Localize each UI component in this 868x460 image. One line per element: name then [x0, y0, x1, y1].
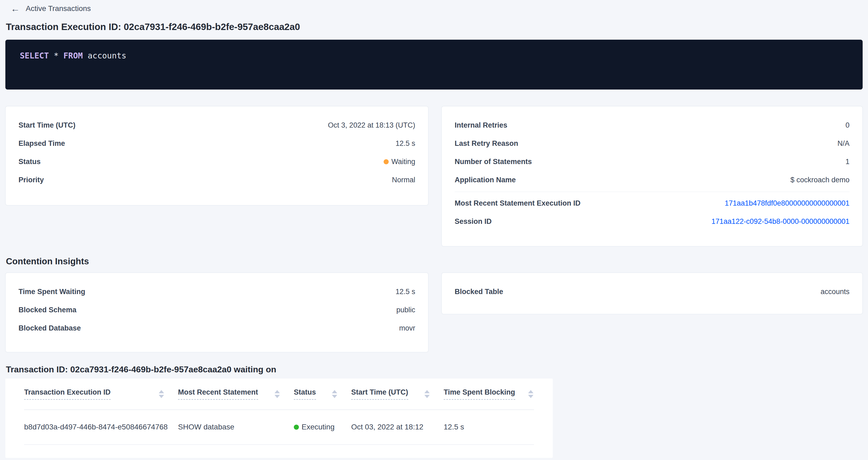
priority-value: Normal [392, 176, 415, 184]
execution-attributes-card: Internal Retries 0 Last Retry Reason N/A… [441, 106, 863, 246]
waiting-on-heading: Transaction ID: 02ca7931-f246-469b-b2fe-… [6, 364, 863, 375]
blocked-database-value: movr [399, 324, 415, 332]
blocked-table-value: accounts [820, 288, 849, 296]
transaction-details-page: ← Active Transactions Transaction Execut… [0, 0, 868, 460]
session-id-row: Session ID 171aa122-c092-54b8-0000-00000… [455, 212, 849, 231]
sort-icon[interactable] [424, 390, 430, 398]
contention-details-card: Time Spent Waiting 12.5 s Blocked Schema… [5, 273, 428, 352]
application-name-value: $ cockroach demo [790, 176, 849, 184]
sort-icon[interactable] [528, 390, 533, 398]
application-name-label: Application Name [455, 176, 516, 184]
back-link-label: Active Transactions [26, 4, 91, 13]
most-recent-statement-execution-id-label: Most Recent Statement Execution ID [455, 199, 581, 208]
cell-most-recent-statement: SHOW database [178, 409, 294, 444]
column-header-status[interactable]: Status [294, 378, 351, 409]
page-title: Transaction Execution ID: 02ca7931-f246-… [6, 21, 863, 33]
status-value: Waiting [383, 158, 415, 166]
back-to-active-transactions-link[interactable]: ← Active Transactions [11, 4, 91, 13]
start-time-label: Start Time (UTC) [19, 121, 75, 129]
column-header-most-recent-statement[interactable]: Most Recent Statement [178, 378, 294, 409]
blocked-database-label: Blocked Database [19, 324, 81, 332]
time-spent-waiting-value: 12.5 s [395, 288, 415, 296]
sort-icon[interactable] [275, 390, 280, 398]
start-time-value: Oct 3, 2022 at 18:13 (UTC) [328, 121, 415, 129]
cell-transaction-execution-id: b8d7d03a-d497-446b-8474-e50846674768 [24, 409, 178, 444]
priority-label: Priority [19, 176, 44, 184]
start-time-row: Start Time (UTC) Oct 3, 2022 at 18:13 (U… [19, 116, 415, 134]
sql-statement-box: SELECT * FROM accounts [5, 40, 863, 90]
session-id-link[interactable]: 171aa122-c092-54b8-0000-000000000001 [711, 217, 849, 226]
time-spent-waiting-label: Time Spent Waiting [19, 288, 85, 296]
sql-statement: SELECT * FROM accounts [20, 51, 126, 60]
waiting-transactions-table: Transaction Execution ID Most Recent Sta… [24, 378, 534, 445]
elapsed-time-row: Elapsed Time 12.5 s [19, 134, 415, 153]
sql-table-name: accounts [88, 51, 127, 60]
cell-time-spent-blocking: 12.5 s [444, 409, 534, 444]
table-row: b8d7d03a-d497-446b-8474-e50846674768 SHO… [24, 409, 534, 444]
waiting-transactions-table-card: Transaction Execution ID Most Recent Sta… [5, 378, 553, 458]
sort-icon[interactable] [159, 390, 164, 398]
elapsed-time-value: 12.5 s [395, 140, 415, 148]
application-name-row: Application Name $ cockroach demo [455, 171, 849, 189]
blocked-table-card: Blocked Table accounts [441, 273, 863, 314]
sort-icon[interactable] [332, 390, 337, 398]
time-spent-waiting-row: Time Spent Waiting 12.5 s [19, 282, 415, 301]
internal-retries-label: Internal Retries [455, 121, 507, 129]
most-recent-statement-execution-id-row: Most Recent Statement Execution ID 171aa… [455, 194, 849, 212]
blocked-table-row: Blocked Table accounts [455, 282, 849, 301]
priority-row: Priority Normal [19, 171, 415, 189]
execution-summary-row: Start Time (UTC) Oct 3, 2022 at 18:13 (U… [5, 106, 863, 246]
left-arrow-icon: ← [11, 5, 20, 12]
sql-keyword-from: FROM [64, 51, 83, 60]
waiting-status-dot-icon [383, 159, 389, 164]
blocked-table-label: Blocked Table [455, 288, 503, 296]
session-id-label: Session ID [455, 217, 492, 226]
last-retry-reason-row: Last Retry Reason N/A [455, 134, 849, 153]
column-header-time-spent-blocking[interactable]: Time Spent Blocking [444, 378, 534, 409]
executing-status-dot-icon [294, 425, 299, 430]
blocked-schema-value: public [396, 306, 415, 314]
last-retry-reason-value: N/A [837, 140, 849, 148]
table-header-row: Transaction Execution ID Most Recent Sta… [24, 378, 534, 409]
status-row: Status Waiting [19, 153, 415, 171]
internal-retries-value: 0 [845, 121, 849, 129]
blocked-schema-row: Blocked Schema public [19, 301, 415, 319]
number-of-statements-value: 1 [845, 158, 849, 166]
status-text: Waiting [392, 158, 415, 166]
execution-times-card: Start Time (UTC) Oct 3, 2022 at 18:13 (U… [5, 106, 428, 205]
sql-keyword-select: SELECT [20, 51, 49, 60]
status-label: Status [19, 158, 41, 166]
column-header-start-time[interactable]: Start Time (UTC) [351, 378, 444, 409]
contention-insights-row: Time Spent Waiting 12.5 s Blocked Schema… [5, 273, 863, 352]
cell-status: Executing [294, 409, 351, 444]
number-of-statements-label: Number of Statements [455, 158, 532, 166]
elapsed-time-label: Elapsed Time [19, 140, 65, 148]
card-divider [455, 192, 849, 192]
number-of-statements-row: Number of Statements 1 [455, 153, 849, 171]
last-retry-reason-label: Last Retry Reason [455, 140, 518, 148]
blocked-schema-label: Blocked Schema [19, 306, 76, 314]
most-recent-statement-execution-id-link[interactable]: 171aa1b478fdf0e80000000000000001 [725, 199, 850, 208]
cell-start-time: Oct 03, 2022 at 18:12 [351, 409, 444, 444]
contention-insights-heading: Contention Insights [6, 256, 863, 267]
column-header-transaction-execution-id[interactable]: Transaction Execution ID [24, 378, 178, 409]
blocked-database-row: Blocked Database movr [19, 319, 415, 337]
internal-retries-row: Internal Retries 0 [455, 116, 849, 134]
sql-star: * [54, 51, 58, 60]
